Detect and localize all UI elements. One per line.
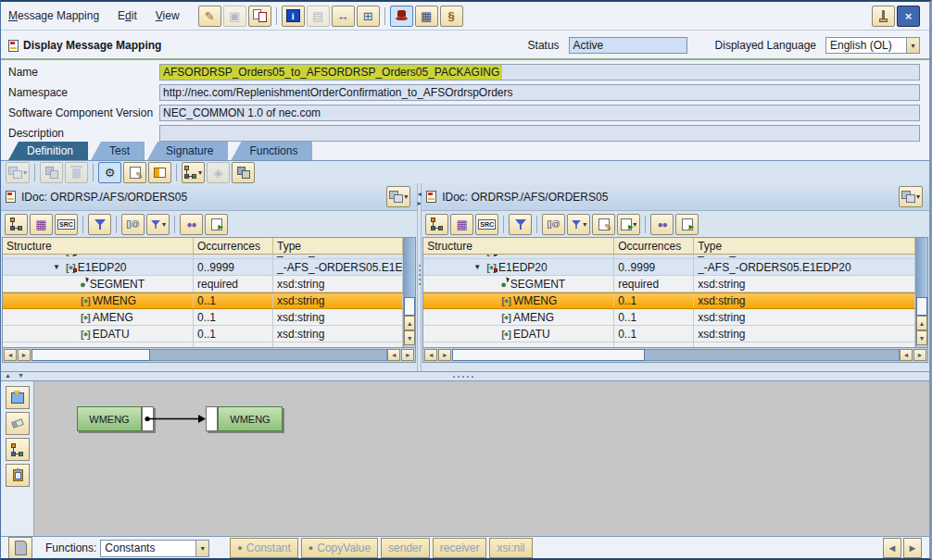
tree-view-button[interactable] bbox=[425, 214, 448, 235]
scrollbar-thumb[interactable] bbox=[916, 297, 927, 316]
horizontal-splitter[interactable]: ▲ ▼ bbox=[1, 371, 929, 381]
copy-button[interactable] bbox=[248, 6, 271, 27]
expand-icon[interactable]: ▼ bbox=[53, 263, 66, 271]
export-button[interactable] bbox=[675, 214, 699, 235]
display-mode-button[interactable] bbox=[390, 6, 413, 27]
menu-message-mapping[interactable]: Message Mapping bbox=[8, 9, 99, 22]
column-type[interactable]: Type bbox=[694, 238, 915, 254]
switch-edit-button[interactable]: ✎ bbox=[198, 6, 221, 27]
erase-button[interactable] bbox=[6, 412, 30, 435]
tree-row[interactable]: [●]EDATU 0..1 xsd:string bbox=[3, 326, 403, 342]
scrollbar-track[interactable] bbox=[150, 349, 387, 361]
mapping-template-button[interactable] bbox=[6, 386, 30, 409]
navigation-button[interactable]: ◈ bbox=[207, 162, 230, 183]
tree-row[interactable]: ▼[●]E1EDP20 0..9999 _-AFS_-ORDERS05.E1ED… bbox=[3, 259, 403, 276]
clipboard-view-button[interactable] bbox=[232, 162, 255, 183]
scroll-left-button[interactable]: ◄ bbox=[900, 349, 913, 361]
target-node[interactable]: WMENG bbox=[218, 406, 283, 431]
scroll-right-button[interactable]: ► bbox=[913, 349, 926, 361]
source-panel-menu-button[interactable]: ▾ bbox=[386, 186, 410, 207]
function-category-dropdown[interactable]: Constants ▾ bbox=[100, 540, 209, 557]
tree-row-selected[interactable]: [●]WMENG 0..1 xsd:string bbox=[423, 292, 915, 309]
scroll-left-button[interactable]: ◄ bbox=[4, 349, 17, 361]
scroll-down-button[interactable]: ▼ bbox=[404, 330, 415, 345]
status-field[interactable]: Active bbox=[569, 37, 687, 54]
source-vertical-scrollbar[interactable]: ▲ ▼ bbox=[403, 238, 415, 347]
filter-button[interactable] bbox=[88, 214, 111, 235]
delete-button[interactable] bbox=[65, 162, 88, 183]
column-occurrences[interactable]: Occurrences bbox=[194, 238, 273, 254]
tree-row[interactable]: [●]AMENG 0..1 xsd:string bbox=[3, 309, 403, 326]
function-constant-button[interactable]: ●Constant bbox=[230, 538, 297, 558]
scroll-down-button[interactable]: ▼ bbox=[916, 330, 927, 345]
source-horizontal-scrollbar[interactable]: ◄ ► ◄ ► bbox=[2, 347, 416, 363]
function-sender-button[interactable]: sender bbox=[381, 538, 430, 558]
scroll-up-button[interactable]: ▲ bbox=[916, 316, 927, 330]
filter-button[interactable] bbox=[509, 214, 532, 235]
scrollbar-thumb[interactable] bbox=[404, 297, 415, 316]
expand-icon[interactable]: ▼ bbox=[473, 263, 486, 271]
source-text-button[interactable]: SRC bbox=[55, 214, 78, 235]
namespace-field[interactable]: http://nec.com/ReplenishmentOrderConfirm… bbox=[159, 84, 920, 101]
script-view-button[interactable]: § bbox=[440, 6, 463, 27]
dropdown-icon[interactable]: ▾ bbox=[906, 38, 919, 53]
dropdown-icon[interactable]: ▾ bbox=[195, 541, 208, 556]
search-button[interactable]: ●● bbox=[650, 214, 674, 235]
tabular-view-button[interactable]: ▦ bbox=[415, 6, 438, 27]
copy-object-button[interactable]: ▾ bbox=[6, 162, 30, 183]
column-structure[interactable]: Structure bbox=[3, 238, 194, 254]
settings-button[interactable]: ⚙ bbox=[98, 162, 121, 183]
vertical-splitter[interactable]: ◄ ► bbox=[417, 183, 422, 371]
tree-row[interactable]: [●]EDATU 0..1 xsd:string bbox=[423, 326, 915, 342]
tab-functions[interactable]: Functions bbox=[231, 142, 312, 160]
function-receiver-button[interactable]: receiver bbox=[433, 538, 487, 558]
target-panel-menu-button[interactable]: ▾ bbox=[899, 186, 923, 207]
previous-page-button[interactable]: ◄ bbox=[883, 538, 901, 558]
description-field[interactable] bbox=[159, 125, 920, 142]
dependencies-button[interactable]: ▾ bbox=[182, 162, 205, 183]
tab-definition[interactable]: Definition bbox=[8, 142, 88, 160]
display-filter-button[interactable]: ▾ bbox=[146, 214, 170, 235]
scroll-right-button[interactable]: ► bbox=[401, 349, 414, 361]
scrollbar-track[interactable] bbox=[916, 238, 927, 316]
scrollbar-track[interactable] bbox=[645, 349, 900, 361]
next-page-button[interactable]: ► bbox=[903, 538, 922, 558]
scroll-right-button[interactable]: ► bbox=[18, 349, 31, 361]
grid-view-button[interactable]: ▦ bbox=[450, 214, 473, 235]
splitter-handle[interactable] bbox=[419, 265, 421, 267]
tree-row[interactable]: [●]AMENG 0..1 xsd:string bbox=[423, 309, 915, 326]
menu-view[interactable]: View bbox=[156, 9, 180, 22]
text-preview-button[interactable] bbox=[123, 162, 146, 183]
scrollbar-thumb[interactable] bbox=[31, 349, 150, 361]
where-used-button[interactable]: ⊞ bbox=[357, 6, 380, 27]
edit-documentation-button[interactable] bbox=[592, 214, 615, 235]
grid-view-button[interactable]: ▦ bbox=[30, 214, 53, 235]
function-copyvalue-button[interactable]: ●CopyValue bbox=[301, 538, 378, 558]
target-node-port[interactable] bbox=[206, 406, 218, 431]
tab-test[interactable]: Test bbox=[91, 142, 145, 160]
occurrences-button[interactable]: []@ bbox=[121, 214, 145, 235]
name-field[interactable]: AFSORDRSP_Orders05_to_AFSORDRSP_Orders05… bbox=[159, 64, 920, 81]
mapping-canvas[interactable]: WMENG WMENG bbox=[34, 381, 929, 536]
relationships-button[interactable]: ↔ bbox=[332, 6, 355, 27]
menu-edit[interactable]: Edit bbox=[118, 9, 137, 22]
paste-button[interactable] bbox=[6, 464, 30, 487]
search-button[interactable]: ●● bbox=[180, 214, 203, 235]
pin-button[interactable] bbox=[872, 6, 895, 27]
display-filter-button[interactable]: ▾ bbox=[567, 214, 590, 235]
scroll-left-button[interactable]: ◄ bbox=[387, 349, 400, 361]
scroll-right-button[interactable]: ► bbox=[438, 349, 451, 361]
column-occurrences[interactable]: Occurrences bbox=[614, 238, 694, 254]
dependencies-button[interactable] bbox=[6, 438, 30, 461]
source-text-button[interactable]: SRC bbox=[475, 214, 498, 235]
scroll-left-button[interactable]: ◄ bbox=[424, 349, 437, 361]
target-vertical-scrollbar[interactable]: ▲ ▼ bbox=[915, 238, 927, 347]
mapping-options-button[interactable]: ▾ bbox=[617, 214, 640, 235]
new-function-button[interactable] bbox=[8, 537, 32, 559]
save-button[interactable]: ▣ bbox=[223, 6, 246, 27]
scrollbar-track[interactable] bbox=[404, 238, 415, 316]
tree-row[interactable]: [●]SEGMENT required xsd:string bbox=[3, 276, 403, 292]
scrollbar-thumb[interactable] bbox=[452, 349, 645, 361]
tree-row-selected[interactable]: [●]WMENG 0..1 xsd:string bbox=[3, 292, 403, 309]
language-dropdown[interactable]: English (OL) ▾ bbox=[825, 37, 920, 54]
